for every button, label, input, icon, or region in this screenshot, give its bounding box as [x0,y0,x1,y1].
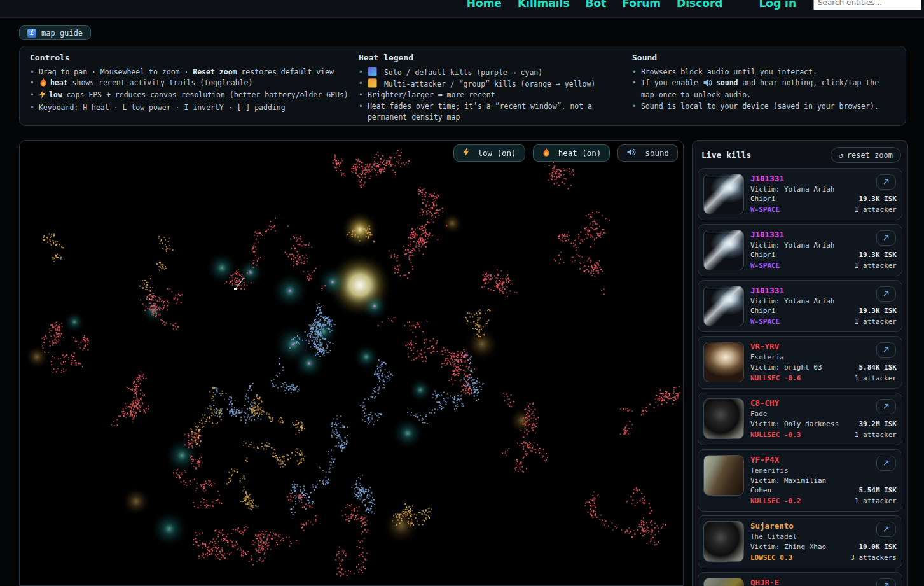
attacker-count: 1 attacker [855,261,897,270]
sound-heading: Sound [632,53,888,62]
speaker-icon [627,148,637,158]
low-toggle-button[interactable]: low (on) [453,144,525,162]
text-segment: Heat fades over time; it’s a “recent win… [368,102,592,122]
bullet-marker: • [30,102,34,113]
external-link-button[interactable] [876,578,896,586]
ship-thumbnail [703,521,744,562]
ship-thumbnail [703,286,744,326]
kill-card-body: J101331 Victim: Yotana Ariah Chipri 19.3… [750,286,897,326]
map-button-label: low (on) [478,148,516,158]
help-bullet: •Sound is local to your device (saved in… [632,101,888,112]
text-segment: Sound is local to your device (saved in … [641,102,879,111]
bolt-icon [463,148,469,158]
map-guide-label: map guide [41,29,83,38]
text-segment: low [49,90,62,99]
heat-legend-heading: Heat legend [359,53,633,62]
bullet-text: Keyboard: H heat · L low-power · I inver… [39,102,286,113]
controls-column: Controls •Drag to pan · Mousewheel to zo… [30,53,351,113]
kill-card[interactable]: YF-P4X Tenerifis Victim: Maximilian Cohe… [698,449,902,512]
victim-name: Victim: Only darkness [750,419,839,429]
map-toggle-buttons: low (on)heat (on)sound [453,144,678,162]
kill-list[interactable]: J101331 Victim: Yotana Ariah Chipri 19.3… [693,168,907,586]
kill-card[interactable]: QHJR-E Etherium Reach Victim: Hirato Val… [698,572,902,586]
text-segment: Multi-attacker / “group” kills (orange →… [384,80,595,88]
system-name[interactable]: J101331 [750,230,784,239]
bullet-marker: • [359,67,363,78]
map-guide-button[interactable]: i map guide [19,25,91,40]
kill-card[interactable]: VR-YRV Esoteria Victim: bright 03 5.84K … [698,336,902,389]
top-nav: HomeKillmailsBotForumDiscord Log in [0,0,924,18]
reset-zoom-button[interactable]: ↺ reset zoom [831,147,901,163]
kill-card[interactable]: J101331 Victim: Yotana Ariah Chipri 19.3… [698,280,902,332]
live-kills-panel: Live kills ↺ reset zoom J101331 Victim: … [692,140,908,586]
help-bullet: •Keyboard: H heat · L low-power · I inve… [30,102,351,113]
system-name[interactable]: VR-YRV [750,342,779,351]
external-link-icon [883,582,890,586]
ship-thumbnail [703,174,744,214]
kill-card-body: Sujarento The Citadel Victim: Zhing Xhao… [750,521,897,562]
system-name[interactable]: YF-P4X [750,455,779,464]
system-name[interactable]: J101331 [750,286,784,295]
system-name[interactable]: J101331 [750,174,784,183]
help-bullet: •Heat fades over time; it’s a “recent wi… [359,101,633,123]
login-link[interactable]: Log in [759,0,796,10]
bullet-text: Browsers block audio until you interact. [641,67,817,78]
external-link-button[interactable] [876,456,896,471]
help-bullet: •low caps FPS + reduces canvas resolutio… [30,90,351,102]
nav-link-forum[interactable]: Forum [622,0,661,10]
external-link-button[interactable] [876,342,896,358]
sound-toggle-button[interactable]: sound [617,144,678,162]
security-label: W-SPACE [750,317,780,326]
kill-card-body: J101331 Victim: Yotana Ariah Chipri 19.3… [750,174,897,214]
ship-thumbnail [703,230,744,270]
isk-value: 19.3K ISK [858,194,897,204]
kill-card-body: QHJR-E Etherium Reach Victim: Hirato Val… [750,578,897,586]
flame-icon [542,148,550,158]
victim-name: Victim: Yotana Ariah Chipri [750,241,847,260]
help-bullet: •Solo / default kills (purple → cyan) [359,67,633,78]
bullet-text: Solo / default kills (purple → cyan) [368,67,542,78]
help-bullet: •If you enable sound and hear nothing, c… [632,78,888,101]
bullet-marker: • [30,67,34,78]
security-label: W-SPACE [750,261,780,270]
nav-link-home[interactable]: Home [467,0,502,10]
map-dots-canvas[interactable] [20,141,684,586]
kill-card[interactable]: C8-CHY Fade Victim: Only darkness 39.2M … [698,393,902,445]
heat-toggle-button[interactable]: heat (on) [533,144,610,162]
text-segment: Browsers block audio until you interact. [641,67,817,76]
text-segment: Keyboard: H heat · L low-power · I inver… [39,103,286,112]
kill-card[interactable]: J101331 Victim: Yotana Ariah Chipri 19.3… [698,224,902,276]
isk-value: 5.84K ISK [858,363,897,372]
bullet-marker: • [30,90,34,101]
help-panel: Controls •Drag to pan · Mousewheel to zo… [19,46,906,126]
victim-name: Victim: Yotana Ariah Chipri [750,296,847,316]
region-name: Fade [750,409,897,419]
external-link-button[interactable] [876,522,896,537]
bullet-marker: • [632,78,637,88]
external-link-button[interactable] [876,174,896,190]
external-link-button[interactable] [876,399,896,414]
kill-card[interactable]: Sujarento The Citadel Victim: Zhing Xhao… [698,515,902,568]
attacker-count: 3 attackers [850,553,897,562]
nav-link-bot[interactable]: Bot [586,0,607,10]
help-bullet: •heat shows recent activity trails (togg… [30,78,351,90]
info-icon: i [27,29,36,38]
kill-card[interactable]: J101331 Victim: Yotana Ariah Chipri 19.3… [698,168,902,220]
ship-thumbnail [703,578,744,586]
system-name[interactable]: C8-CHY [750,398,779,408]
nav-link-discord[interactable]: Discord [677,0,722,10]
bullet-marker: • [359,90,363,101]
isk-value: 19.3K ISK [858,306,897,316]
security-label: NULLSEC -0.6 [750,373,801,383]
attacker-count: 1 attacker [855,317,897,326]
kill-map-canvas[interactable]: low (on)heat (on)sound [19,140,684,586]
external-link-button[interactable] [876,230,896,246]
search-input[interactable] [813,0,921,10]
text-segment: caps FPS + reduces canvas resolution (be… [62,90,348,99]
external-link-button[interactable] [876,286,896,302]
system-name[interactable]: QHJR-E [750,578,779,586]
heat-legend-column: Heat legend •Solo / default kills (purpl… [359,53,633,123]
nav-link-killmails[interactable]: Killmails [518,0,570,10]
speaker-icon [703,79,713,90]
system-name[interactable]: Sujarento [750,521,794,531]
